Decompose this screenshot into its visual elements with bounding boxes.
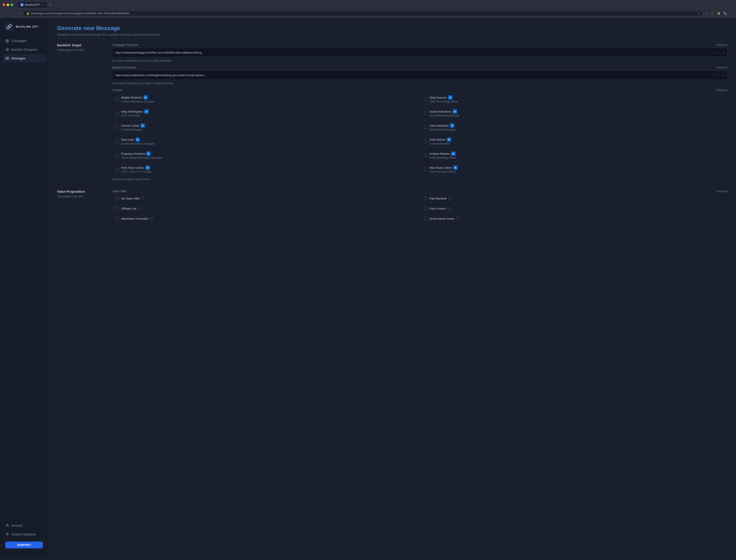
new-tab-button[interactable]: + bbox=[48, 3, 52, 7]
contact-item[interactable]: Evgeniya Sorokina in Social Media Advert… bbox=[112, 149, 419, 162]
offer-radio-no-value[interactable] bbox=[115, 196, 119, 200]
linkedin-icon-5[interactable]: in bbox=[450, 123, 454, 128]
bookmarks-icon[interactable]: ☆ bbox=[704, 11, 709, 16]
contact-name-3: Sasha Ankudinov in bbox=[430, 109, 725, 114]
contact-radio-2[interactable] bbox=[115, 111, 119, 115]
contact-item[interactable]: Brigitte Bradnick in Content Marketing S… bbox=[112, 93, 419, 105]
sidebar-item-campaigns[interactable]: Campaigns bbox=[3, 37, 45, 45]
sidebar-bottom: Account Feature Requests SUPPORT bbox=[0, 519, 48, 554]
contact-name-8: Evgeniya Sorokina in bbox=[121, 151, 416, 156]
logo-icon: 🔗 bbox=[4, 22, 14, 31]
linkedin-icon-11[interactable]: in bbox=[453, 165, 458, 170]
campaign-prospect-select[interactable]: https://www.backlinkgpt.com/free-seo-too… bbox=[112, 48, 727, 57]
svg-point-4 bbox=[6, 48, 9, 51]
backlink-prospect-chevron-icon[interactable]: ∨ bbox=[721, 72, 725, 78]
contact-item[interactable]: Seth Nichols in Content Marketer bbox=[421, 135, 727, 147]
backlink-prospect-value: https://www.ranktracker.com/blog/everyth… bbox=[115, 74, 712, 77]
support-button[interactable]: SUPPORT bbox=[5, 542, 43, 548]
contact-item[interactable]: Andrew Warden in Chief Marketing Officer bbox=[421, 149, 727, 162]
contact-item[interactable]: Connor Lahey in Content Strategist bbox=[112, 121, 419, 133]
linkedin-icon-0[interactable]: in bbox=[143, 95, 148, 100]
shield-icon[interactable]: 🛡 bbox=[710, 11, 715, 16]
campaigns-label: Campaigns bbox=[11, 39, 27, 43]
sidebar-item-messages[interactable]: Messages bbox=[3, 54, 45, 63]
contact-radio-8[interactable] bbox=[115, 153, 119, 157]
contact-item[interactable]: Nica Latto in Content Marketing Strategi… bbox=[112, 135, 419, 147]
contact-radio-6[interactable] bbox=[115, 139, 119, 143]
sidebar-item-backlink-prospects[interactable]: Backlink Prospects bbox=[3, 45, 45, 54]
contact-radio-3[interactable] bbox=[423, 111, 427, 115]
linkedin-icon-10[interactable]: in bbox=[146, 165, 150, 170]
reload-button[interactable]: ↻ bbox=[17, 11, 22, 16]
contact-hint: Person you want to reach out to. bbox=[112, 178, 727, 181]
contact-role-6: Content Marketing Strategist bbox=[121, 142, 416, 145]
maximize-window-button[interactable] bbox=[11, 4, 13, 6]
contact-info-8: Evgeniya Sorokina in Social Media Advert… bbox=[121, 151, 416, 159]
campaigns-icon bbox=[5, 39, 9, 43]
campaign-prospect-chevron-icon[interactable]: ∨ bbox=[721, 50, 725, 55]
close-window-button[interactable] bbox=[3, 4, 5, 6]
offer-info-icon-paid-backlink[interactable]: i bbox=[448, 197, 452, 200]
linkedin-icon-1[interactable]: in bbox=[448, 95, 453, 100]
browser-tab-active[interactable]: B BacklinkGPT × bbox=[18, 2, 47, 8]
contact-item[interactable]: Oleg Shchegolev in CEO & Founder bbox=[112, 107, 419, 119]
extension-icon-2[interactable]: 🔧 bbox=[722, 11, 727, 16]
backlink-prospect-select[interactable]: https://www.ranktracker.com/blog/everyth… bbox=[112, 70, 727, 80]
linkedin-icon-3[interactable]: in bbox=[453, 109, 457, 114]
sidebar-item-feature-requests[interactable]: Feature Requests bbox=[3, 530, 45, 538]
campaign-prospect-clear-button[interactable]: × bbox=[714, 50, 718, 55]
main-content: Generate new Message Generate a new outr… bbox=[48, 18, 736, 558]
tab-close-button[interactable]: × bbox=[41, 3, 44, 6]
window-controls bbox=[3, 4, 13, 6]
contact-radio-5[interactable] bbox=[423, 125, 427, 129]
offer-info-icon-no-value[interactable]: i bbox=[142, 197, 145, 200]
offer-item-newsletter-promotion[interactable]: Newsletter Promotion i bbox=[112, 214, 419, 223]
back-button[interactable]: ‹ bbox=[3, 11, 8, 16]
contact-radio-1[interactable] bbox=[423, 97, 427, 101]
contact-radio-10[interactable] bbox=[115, 167, 119, 171]
linkedin-icon-2[interactable]: in bbox=[144, 109, 149, 114]
linkedin-icon-4[interactable]: in bbox=[140, 123, 145, 128]
offer-info-icon-social-media-share[interactable]: i bbox=[456, 217, 460, 220]
menu-icon[interactable]: ⋮ bbox=[729, 11, 733, 16]
offer-item-affiliate-link[interactable]: Affiliate Link i bbox=[112, 204, 419, 213]
contact-item[interactable]: Sasha Ankudinov in Brand Marketing Manag… bbox=[421, 107, 727, 119]
offer-radio-social-media-share[interactable] bbox=[423, 217, 427, 221]
forward-button[interactable]: › bbox=[10, 11, 15, 16]
offer-info-icon-affiliate-link[interactable]: i bbox=[138, 207, 142, 210]
offer-info-icon-newsletter-promotion[interactable]: i bbox=[150, 217, 154, 220]
offer-radio-newsletter-promotion[interactable] bbox=[115, 217, 119, 221]
extension-icon-1[interactable]: ⚡ bbox=[716, 11, 721, 16]
backlink-prospect-clear-button[interactable]: × bbox=[714, 73, 718, 77]
value-offer-required: Required bbox=[716, 190, 727, 193]
offer-radio-affiliate-link[interactable] bbox=[115, 206, 119, 210]
contact-radio-11[interactable] bbox=[423, 167, 427, 171]
contact-item[interactable]: Oleg Krasnov in Chief Technology Officer bbox=[421, 93, 727, 105]
offer-item-paid-backlink[interactable]: Paid Backlink i bbox=[421, 194, 727, 203]
backlink-prospect-hint: From which website do you want to collec… bbox=[112, 82, 727, 85]
address-bar[interactable]: 🔒 backlinkgpt.com/messages/new?campaignI… bbox=[24, 11, 702, 16]
contact-item[interactable]: Felix Rose-Collins in CEO - CMO / Co-Fou… bbox=[112, 163, 419, 176]
contact-radio-0[interactable] bbox=[115, 97, 119, 101]
linkedin-icon-8[interactable]: in bbox=[146, 151, 151, 156]
sidebar-item-account[interactable]: Account bbox=[3, 521, 45, 530]
linkedin-icon-7[interactable]: in bbox=[447, 137, 451, 142]
contact-radio-4[interactable] bbox=[115, 125, 119, 129]
account-label: Account bbox=[11, 524, 23, 527]
offer-item-free-product[interactable]: Free Product i bbox=[421, 204, 727, 213]
offer-item-no-value[interactable]: No Value Offer i bbox=[112, 194, 419, 203]
contact-radio-9[interactable] bbox=[423, 153, 427, 157]
offer-radio-paid-backlink[interactable] bbox=[423, 196, 427, 200]
contact-radio-7[interactable] bbox=[423, 139, 427, 143]
contact-info-9: Andrew Warden in Chief Marketing Officer bbox=[430, 151, 725, 159]
offer-item-social-media-share[interactable]: Social Media Share i bbox=[421, 214, 727, 223]
value-proposition-title: Value Proposition bbox=[57, 190, 105, 193]
offer-radio-free-product[interactable] bbox=[423, 206, 427, 210]
contact-item[interactable]: Max Rose-Collins in Chief Technical Offi… bbox=[421, 163, 727, 176]
offer-info-icon-free-product[interactable]: i bbox=[448, 207, 451, 210]
linkedin-icon-6[interactable]: in bbox=[135, 137, 140, 142]
linkedin-icon-9[interactable]: in bbox=[451, 151, 456, 156]
contact-item[interactable]: Julia Holmqvist in Social Media Manager bbox=[421, 121, 727, 133]
contact-role-7: Content Marketer bbox=[430, 142, 725, 145]
minimize-window-button[interactable] bbox=[7, 4, 9, 6]
